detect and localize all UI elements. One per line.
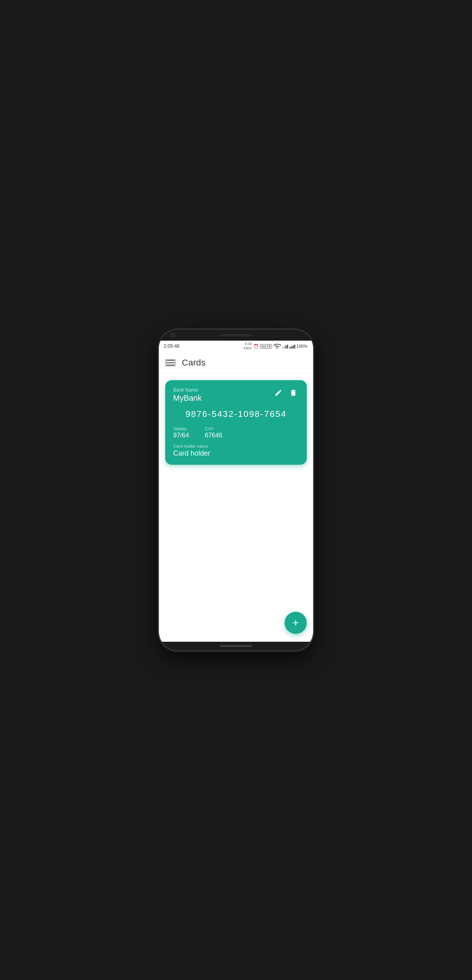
- app-bar: Cards: [159, 352, 313, 374]
- battery-level: 100%: [296, 344, 308, 349]
- menu-button[interactable]: [165, 359, 176, 366]
- signal-bars-2: [289, 344, 295, 349]
- menu-line-3: [166, 365, 175, 366]
- menu-line-2: [166, 362, 175, 363]
- card-bank-info: Bank Name MyBank: [173, 387, 202, 403]
- card-validity: Validity 97/64: [173, 426, 189, 439]
- phone-frame: 2:05:48 0.03KB/S ⏰ VoLTE: [159, 330, 313, 650]
- home-indicator: [220, 645, 252, 647]
- phone-top-bar: [159, 330, 313, 341]
- edit-card-button[interactable]: [273, 387, 284, 398]
- status-time: 2:05:48: [164, 343, 179, 349]
- alarm-icon: ⏰: [253, 344, 259, 349]
- phone-screen: 2:05:48 0.03KB/S ⏰ VoLTE: [159, 341, 313, 642]
- cvv-value: 67646: [205, 432, 223, 439]
- validity-label: Validity: [173, 426, 189, 431]
- bank-name: MyBank: [173, 394, 202, 403]
- network-speed: 0.03KB/S: [244, 342, 252, 351]
- card-holder-label: Card holder name: [173, 444, 299, 449]
- signal-bars: [282, 344, 288, 349]
- phone-speaker: [220, 334, 252, 336]
- page-title: Cards: [182, 358, 206, 368]
- bank-card: Bank Name MyBank: [165, 380, 307, 465]
- wifi-icon: [273, 342, 281, 350]
- status-bar: 2:05:48 0.03KB/S ⏰ VoLTE: [159, 341, 313, 352]
- front-camera: [171, 333, 176, 337]
- card-cvv: CVV 67646: [205, 426, 223, 439]
- pencil-icon: [274, 389, 282, 397]
- card-details-row: Validity 97/64 CVV 67646: [173, 426, 299, 439]
- card-number: 9876-5432-1098-7654: [173, 409, 299, 419]
- card-actions: [273, 387, 299, 398]
- card-top-row: Bank Name MyBank: [173, 387, 299, 403]
- main-content: Bank Name MyBank: [159, 374, 313, 642]
- card-holder-name: Card holder: [173, 449, 299, 458]
- card-holder-section: Card holder name Card holder: [173, 444, 299, 458]
- bank-label: Bank Name: [173, 387, 202, 393]
- menu-line-1: [166, 360, 175, 361]
- trash-icon: [289, 389, 297, 397]
- cvv-label: CVV: [205, 426, 223, 431]
- status-right: 0.03KB/S ⏰ VoLTE: [244, 342, 308, 351]
- validity-value: 97/64: [173, 432, 189, 439]
- delete-card-button[interactable]: [288, 387, 299, 398]
- volte-icon: VoLTE: [260, 344, 272, 349]
- status-icons: ⏰ VoLTE: [253, 342, 308, 350]
- add-card-fab[interactable]: +: [285, 612, 307, 634]
- phone-bottom-bar: [159, 642, 313, 650]
